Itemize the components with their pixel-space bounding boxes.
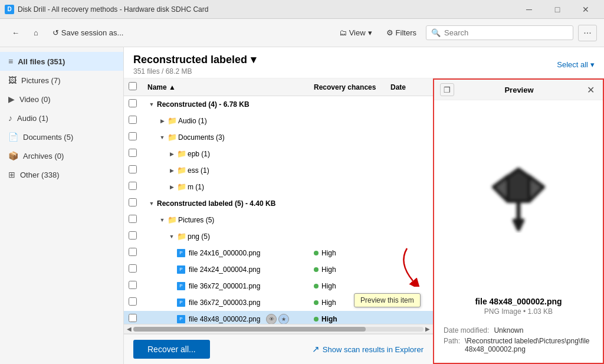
close-button[interactable]: ✕: [572, 0, 599, 19]
sidebar-item-audio[interactable]: ♪ Audio (1): [0, 109, 123, 127]
header-date-col: Date: [386, 78, 433, 96]
file-recovery-cell: High: [309, 311, 386, 324]
expand-icon[interactable]: ▶: [168, 150, 176, 158]
sidebar-item-documents[interactable]: 📄 Documents (5): [0, 127, 123, 146]
row-action-buttons: 👁 ★: [266, 314, 289, 324]
file-recovery-cell: High: [309, 245, 386, 261]
recover-all-button[interactable]: Recover all...: [133, 340, 210, 359]
row-checkbox[interactable]: [129, 116, 137, 124]
folder-icon: 📁: [168, 215, 177, 224]
recovery-text: High: [321, 299, 336, 307]
folder-name-cell: ▼ 📁 Pictures (5): [143, 212, 309, 228]
row-checkbox[interactable]: [129, 149, 137, 157]
recover-icon-button[interactable]: ★: [278, 314, 289, 324]
table-row: ▼ 📁 png (5): [124, 228, 433, 245]
app-icon: D: [5, 5, 14, 14]
recovery-dot: [314, 300, 319, 305]
preview-close-button[interactable]: ✕: [584, 83, 597, 96]
recovery-text: High: [321, 265, 336, 274]
home-button[interactable]: ⌂: [29, 26, 43, 40]
sidebar-item-video[interactable]: ▶ Video (0): [0, 90, 123, 109]
sidebar-item-all-files[interactable]: ≡ All files (351): [0, 52, 123, 71]
row-checkbox[interactable]: [129, 264, 137, 273]
preview-icon-button[interactable]: 👁: [266, 314, 277, 324]
sidebar-item-other[interactable]: ⊞ Other (338): [0, 165, 123, 184]
row-checkbox[interactable]: [129, 99, 137, 107]
group-label: Reconstructed labeled (5) - 4.40 KB: [157, 199, 275, 208]
show-scan-results-link[interactable]: ↗ Show scan results in Explorer: [312, 344, 424, 355]
show-scan-icon: ↗: [312, 344, 320, 355]
more-button[interactable]: ···: [578, 25, 597, 41]
sidebar: ≡ All files (351) 🖼 Pictures (7) ▶ Video…: [0, 47, 124, 364]
file-date-cell: [386, 261, 433, 278]
row-checkbox[interactable]: [129, 182, 137, 190]
horizontal-scrollbar[interactable]: ◀ ▶: [124, 324, 433, 333]
save-session-button[interactable]: ↺ Save session as...: [48, 26, 129, 40]
row-checkbox[interactable]: [129, 248, 137, 256]
table-row[interactable]: P file 48x48_000002.png 👁 ★: [124, 311, 433, 324]
expand-icon[interactable]: ▶: [168, 166, 176, 175]
video-icon: ▶: [8, 94, 15, 104]
row-checkbox[interactable]: [129, 281, 137, 289]
show-scan-label: Show scan results in Explorer: [323, 345, 424, 354]
expand-icon[interactable]: ▶: [158, 117, 166, 125]
back-button[interactable]: ←: [7, 26, 24, 40]
title-dropdown-icon[interactable]: ▾: [251, 53, 256, 66]
recovery-dot: [314, 317, 319, 322]
row-checkbox[interactable]: [129, 215, 137, 223]
table-row: P file 36x72_000003.png High: [124, 294, 433, 311]
file-recovery-cell: High: [309, 261, 386, 278]
recovery-text: High: [321, 315, 337, 323]
file-icon: P: [177, 282, 185, 290]
file-label: file 36x72_000003.png: [189, 299, 260, 307]
save-icon: ↺: [52, 28, 59, 37]
folder-date-cell: [386, 212, 433, 228]
file-tree-container: Name ▲ Recovery chances Date: [124, 78, 433, 364]
expand-icon[interactable]: ▼: [158, 133, 166, 142]
row-checkbox[interactable]: [129, 165, 137, 173]
view-button[interactable]: 🗂 View ▾: [334, 26, 377, 40]
table-row: ▼ 📁 Documents (3): [124, 129, 433, 146]
row-checkbox[interactable]: [129, 198, 137, 206]
sidebar-item-archives[interactable]: 📦 Archives (0): [0, 146, 123, 165]
row-checkbox[interactable]: [129, 231, 137, 240]
file-icon: P: [177, 249, 185, 257]
folder-label: m (1): [188, 183, 204, 191]
folder-label: Audio (1): [178, 117, 207, 125]
expand-icon[interactable]: ▼: [147, 100, 156, 109]
header-checkbox-col: [124, 78, 143, 96]
all-files-icon: ≡: [8, 57, 13, 66]
select-all-button[interactable]: Select all ▾: [557, 60, 595, 69]
scroll-right-button[interactable]: ▶: [424, 325, 432, 333]
row-checkbox[interactable]: [129, 314, 137, 322]
preview-image-area: [434, 100, 603, 294]
scroll-left-button[interactable]: ◀: [125, 325, 133, 333]
row-actions: 👁 ★: [266, 314, 289, 324]
recovery-badge: High: [314, 249, 381, 257]
group-name-cell: ▼ Reconstructed labeled (5) - 4.40 KB: [143, 195, 309, 212]
maximize-button[interactable]: □: [544, 0, 571, 19]
row-checkbox[interactable]: [129, 297, 137, 306]
expand-icon[interactable]: ▼: [147, 199, 156, 208]
row-checkbox[interactable]: [129, 132, 137, 140]
expand-icon[interactable]: ▼: [168, 232, 176, 241]
search-input[interactable]: [444, 28, 568, 37]
scroll-thumb[interactable]: [133, 327, 366, 332]
file-area[interactable]: Name ▲ Recovery chances Date: [124, 78, 433, 324]
recovery-text: High: [321, 249, 336, 257]
sidebar-item-pictures[interactable]: 🖼 Pictures (7): [0, 71, 123, 90]
header-name-col[interactable]: Name ▲: [143, 78, 309, 96]
table-row: ▶ 📁 m (1): [124, 179, 433, 195]
minimize-button[interactable]: ─: [516, 0, 543, 19]
row-checkbox-cell: [124, 245, 143, 261]
search-box[interactable]: 🔍: [426, 25, 573, 40]
preview-copy-button[interactable]: ❐: [440, 83, 454, 96]
row-checkbox-cell: [124, 212, 143, 228]
expand-icon[interactable]: ▼: [158, 216, 166, 224]
content-header-left: Reconstructed labeled ▾ 351 files / 68.2…: [133, 53, 256, 76]
file-date-cell: [386, 311, 433, 324]
select-all-checkbox[interactable]: [129, 82, 137, 90]
filters-button[interactable]: ⚙ Filters: [382, 26, 421, 40]
expand-icon[interactable]: ▶: [168, 183, 176, 191]
other-icon: ⊞: [8, 170, 15, 179]
